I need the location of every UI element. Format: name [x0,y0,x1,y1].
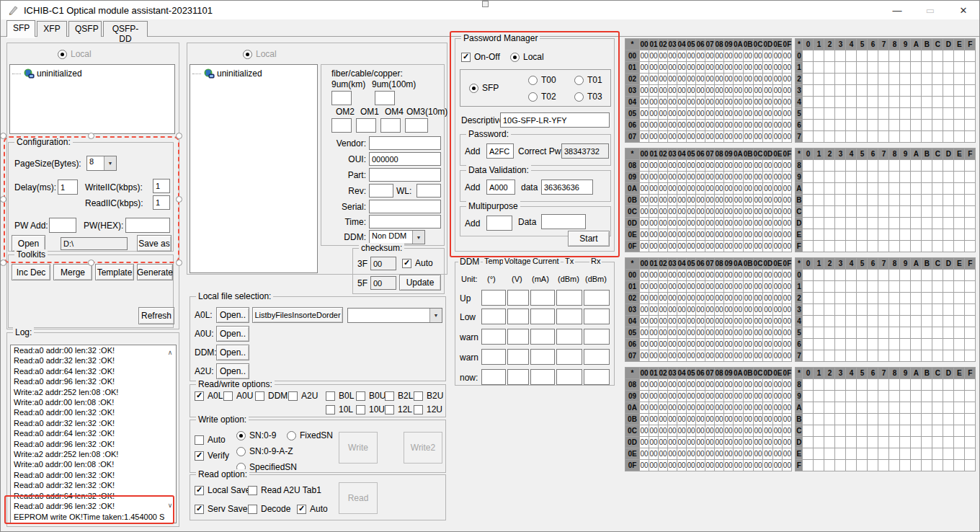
hex-cell[interactable]: 00 [705,108,715,120]
hex-cell[interactable]: 00 [773,183,783,195]
ascii-cell[interactable] [943,281,954,293]
ascii-cell[interactable] [932,460,943,471]
hex-cell[interactable]: 00 [753,206,763,218]
ascii-cell[interactable] [954,316,965,327]
ascii-cell[interactable] [943,425,954,437]
ascii-cell[interactable] [965,131,976,143]
ascii-cell[interactable] [857,108,868,120]
hex-cell[interactable]: 00 [773,304,783,316]
ascii-cell[interactable] [803,218,814,229]
hex-cell[interactable]: 00 [715,74,724,85]
hex-cell[interactable]: 00 [668,62,677,74]
ascii-cell[interactable] [889,241,900,252]
hex-cell[interactable]: 00 [753,108,763,120]
hex-cell[interactable]: 00 [783,120,792,131]
ascii-cell[interactable] [868,293,878,304]
hex-cell[interactable]: 00 [649,131,659,143]
ascii-cell[interactable] [954,206,965,218]
hex-cell[interactable]: 00 [724,402,734,414]
ascii-cell[interactable] [835,108,846,120]
ascii-cell[interactable] [857,316,868,327]
read-checkbox-serv-save[interactable]: Serv Save [195,504,247,514]
ascii-cell[interactable] [965,183,976,195]
hex-cell[interactable]: 00 [659,460,668,471]
hex-cell[interactable]: 00 [640,316,649,327]
hex-cell[interactable]: 00 [668,108,677,120]
ascii-cell[interactable] [824,241,835,252]
hex-cell[interactable]: 00 [715,183,724,195]
hex-cell[interactable]: 00 [696,50,705,62]
hex-cell[interactable]: 00 [649,304,659,316]
ascii-cell[interactable] [878,229,889,241]
hex-cell[interactable]: 00 [659,74,668,85]
ascii-cell[interactable] [835,327,846,339]
checksum-auto-checkbox[interactable]: Auto [402,258,433,268]
ascii-cell[interactable] [846,195,857,206]
ascii-cell[interactable] [835,172,846,183]
ascii-cell[interactable] [846,437,857,448]
hex-cell[interactable]: 00 [734,316,744,327]
hex-cell[interactable]: 00 [677,120,687,131]
maximize-icon[interactable]: ▭ [914,1,946,19]
hex-cell[interactable]: 00 [724,437,734,448]
hex-cell[interactable]: 00 [659,120,668,131]
ascii-cell[interactable] [954,281,965,293]
ascii-cell[interactable] [803,402,814,414]
ascii-cell[interactable] [932,437,943,448]
toolkit-button-merge[interactable]: Merge [53,264,92,280]
hex-cell[interactable]: 00 [677,327,687,339]
ascii-cell[interactable] [943,218,954,229]
hex-cell[interactable]: 00 [640,206,649,218]
hex-cell[interactable]: 00 [687,85,696,97]
hex-cell[interactable]: 00 [696,85,705,97]
ascii-cell[interactable] [835,414,846,425]
hex-cell[interactable]: 00 [734,460,744,471]
hex-cell[interactable]: 00 [640,437,649,448]
ascii-cell[interactable] [857,218,868,229]
ddm-cell[interactable] [584,329,610,345]
hex-cell[interactable]: 00 [734,281,744,293]
hex-cell[interactable]: 00 [640,97,649,108]
ascii-cell[interactable] [889,316,900,327]
pm-t02-radio[interactable]: T02 [528,92,556,102]
read-checkbox-read-a2u-tab1[interactable]: Read A2U Tab1 [248,485,321,495]
ascii-cell[interactable] [878,304,889,316]
hex-cell[interactable]: 00 [677,229,687,241]
start-button[interactable]: Start [568,231,610,247]
write2-button[interactable]: Write2 [404,432,442,464]
hex-cell[interactable]: 00 [677,172,687,183]
hex-cell[interactable]: 00 [696,62,705,74]
ddm-cell[interactable] [507,369,529,385]
ascii-cell[interactable] [868,183,878,195]
ascii-cell[interactable] [814,425,824,437]
hex-cell[interactable]: 00 [687,316,696,327]
hex-cell[interactable]: 00 [705,339,715,350]
hex-cell[interactable]: 00 [773,293,783,304]
ascii-cell[interactable] [943,437,954,448]
hex-cell[interactable]: 00 [640,241,649,252]
ascii-cell[interactable] [857,172,868,183]
tree-node-uninitialized[interactable]: uninitialized [190,65,317,79]
hex-cell[interactable]: 00 [677,304,687,316]
hex-cell[interactable]: 00 [753,448,763,460]
hex-cell[interactable]: 00 [753,50,763,62]
ddm-cell[interactable] [530,329,555,345]
hex-cell[interactable]: 00 [705,74,715,85]
hex-cell[interactable]: 00 [649,206,659,218]
hex-cell[interactable]: 00 [705,183,715,195]
hex-cell[interactable]: 00 [715,437,724,448]
ascii-cell[interactable] [954,131,965,143]
ascii-cell[interactable] [878,120,889,131]
hex-cell[interactable]: 00 [724,293,734,304]
hex-cell[interactable]: 00 [773,339,783,350]
hex-cell[interactable]: 00 [734,229,744,241]
readiic-input[interactable] [153,195,170,210]
ascii-cell[interactable] [922,316,932,327]
hex-cell[interactable]: 00 [677,270,687,281]
tab-xfp[interactable]: XFP [37,21,67,37]
ascii-cell[interactable] [846,293,857,304]
rw-checkbox-a2u[interactable]: A2U [288,391,318,401]
hex-cell[interactable]: 00 [724,74,734,85]
ascii-cell[interactable] [814,241,824,252]
ascii-cell[interactable] [857,241,868,252]
